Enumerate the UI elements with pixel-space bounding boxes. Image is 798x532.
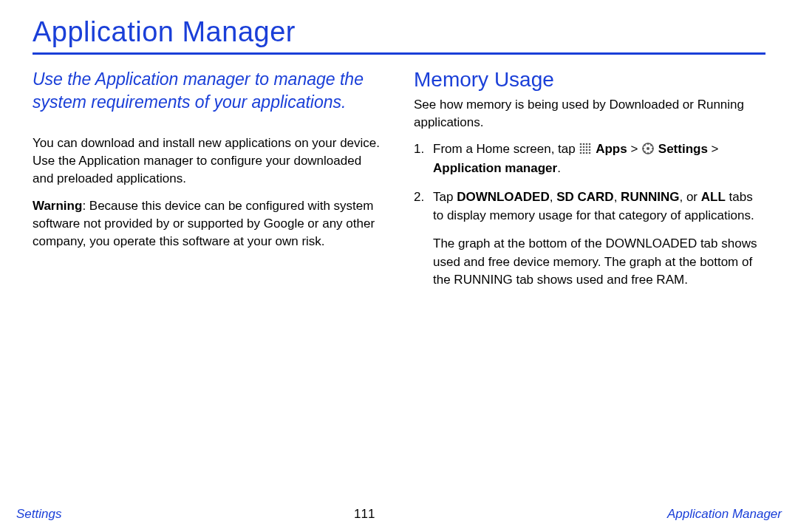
left-column: Use the Application manager to manage th… [33,68,384,300]
all-label: ALL [701,190,726,204]
svg-point-10 [586,149,588,151]
svg-point-5 [583,146,585,148]
memory-usage-heading: Memory Usage [414,68,765,92]
page-footer: Settings 111 Application Manager [0,507,798,522]
svg-point-7 [589,146,591,148]
c1: , [550,190,556,204]
apps-grid-icon [579,142,591,160]
footer-left: Settings [16,507,61,522]
gt2: > [708,142,719,156]
lead-text: Use the Application manager to manage th… [33,68,384,114]
c3: , or [679,190,700,204]
svg-point-12 [580,151,582,154]
running-label: RUNNING [621,190,679,204]
settings-gear-icon [642,142,654,160]
svg-point-4 [580,146,582,148]
svg-point-3 [589,143,591,145]
step-2: 2. Tap DOWNLOADED, SD CARD, RUNNING, or … [414,188,765,290]
step-1: 1. From a Home screen, tap [414,140,765,178]
warning-text: : Because this device can be configured … [33,199,375,248]
content-columns: Use the Application manager to manage th… [33,68,765,300]
svg-point-13 [583,151,585,154]
svg-point-11 [589,149,591,151]
intro-paragraph: You can download and install new applica… [33,134,384,187]
step-number: 2. [414,188,433,290]
svg-point-6 [586,146,588,148]
title-rule [33,52,765,55]
c2: , [614,190,621,204]
memory-usage-intro: See how memory is being used by Download… [414,96,765,132]
footer-page-number: 111 [354,507,375,522]
svg-point-0 [580,143,582,145]
svg-point-17 [647,147,649,150]
page-title: Application Manager [33,16,765,52]
step-number: 1. [414,140,433,178]
step-body: Tap DOWNLOADED, SD CARD, RUNNING, or ALL… [433,188,765,290]
apps-label: Apps [596,142,627,156]
svg-point-2 [586,143,588,145]
gt1: > [627,142,641,156]
step-body: From a Home screen, tap [433,140,765,178]
svg-point-1 [583,143,585,145]
svg-point-15 [589,151,591,154]
steps-list: 1. From a Home screen, tap [414,140,765,290]
svg-point-9 [583,149,585,151]
warning-paragraph: Warning: Because this device can be conf… [33,197,384,250]
s2a: Tap [433,190,457,204]
settings-label: Settings [658,142,708,156]
warning-label: Warning [33,199,82,213]
s1-end: . [557,161,561,175]
footer-right: Application Manager [667,507,782,522]
step-text: From a Home screen, tap [433,142,579,156]
right-column: Memory Usage See how memory is being use… [414,68,765,300]
sdcard-label: SD CARD [556,190,613,204]
svg-point-14 [586,151,588,154]
step-2-continuation: The graph at the bottom of the DOWNLOADE… [433,235,765,290]
downloaded-label: DOWNLOADED [457,190,550,204]
svg-point-8 [580,149,582,151]
appmgr-label: Application manager [433,161,557,175]
